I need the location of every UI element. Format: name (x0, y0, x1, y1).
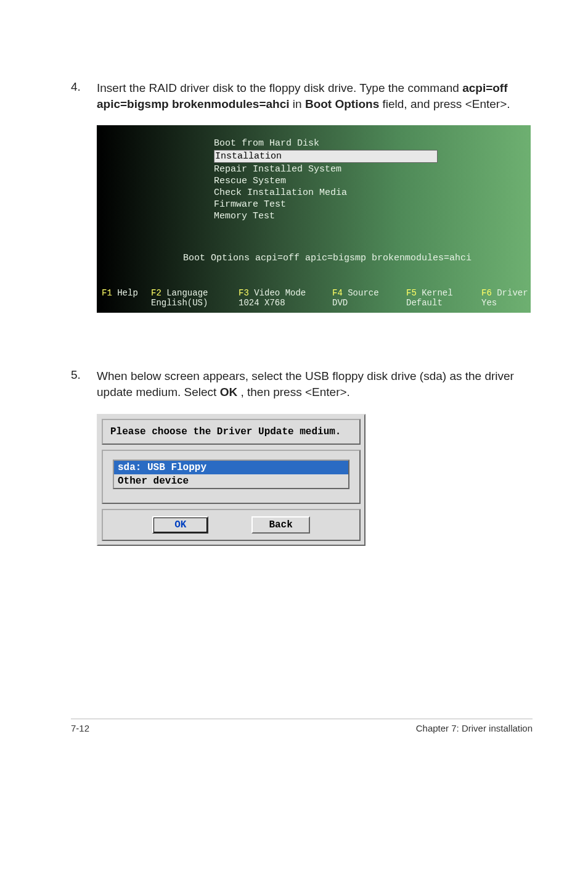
list-item-selected[interactable]: sda: USB Floppy (114, 461, 348, 474)
list-item[interactable]: Other device (114, 474, 348, 488)
f3-label: Video Mode (254, 288, 306, 298)
boot-menu-item[interactable]: Memory Test (97, 210, 531, 222)
f4-value: DVD (332, 298, 406, 308)
driver-update-dialog: Please choose the Driver Update medium. … (97, 414, 365, 546)
f6-value: Yes (481, 298, 528, 308)
back-button[interactable]: Back (251, 516, 309, 534)
f3-key: F3 (239, 288, 249, 298)
step-4-text: Insert the RAID driver disk to the flopp… (97, 80, 533, 112)
boot-menu-item[interactable]: Check Installation Media (97, 187, 531, 199)
dialog-buttons: OK Back (102, 509, 361, 541)
f4-key: F4 (332, 288, 343, 298)
page-footer: 7-12 Chapter 7: Driver installation (71, 719, 533, 733)
f4-label: Source (348, 288, 378, 298)
ok-button[interactable]: OK (152, 516, 208, 534)
boot-menu-item[interactable]: Boot from Hard Disk (97, 138, 531, 149)
f5-key: F5 (406, 288, 417, 298)
f6-label: Driver (497, 288, 528, 298)
step-5-text: When below screen appears, select the US… (97, 368, 533, 400)
f1-key: F1 (102, 288, 112, 298)
f1-label: Help (117, 288, 138, 298)
boot-footer: F1 Help F2 Language English(US) F3 Video… (97, 286, 531, 313)
step4-pre: Insert the RAID driver disk to the flopp… (97, 81, 462, 94)
f3-value: 1024 X768 (239, 298, 332, 308)
boot-menu-item[interactable]: Rescue System (97, 175, 531, 187)
step4-post: field, and press <Enter>. (383, 97, 510, 110)
boot-options-field[interactable]: Boot Options acpi=off apic=bigsmp broken… (97, 222, 531, 286)
boot-screen: Boot from Hard Disk Installation Repair … (97, 125, 531, 313)
dialog-title: Please choose the Driver Update medium. (102, 419, 361, 445)
dialog-list: sda: USB Floppy Other device (102, 450, 361, 504)
step5-post: , then press <Enter>. (240, 386, 349, 398)
step4-field: Boot Options (305, 97, 379, 110)
step5-ok: OK (220, 386, 238, 398)
page-number: 7-12 (71, 723, 89, 733)
f5-label: Kernel (422, 288, 452, 298)
step4-mid: in (293, 97, 305, 110)
step-5: 5. When below screen appears, select the… (71, 368, 533, 400)
f5-value: Default (406, 298, 481, 308)
boot-menu-item[interactable]: Firmware Test (97, 199, 531, 210)
boot-menu-item-selected[interactable]: Installation (97, 149, 531, 163)
step-4: 4. Insert the RAID driver disk to the fl… (71, 80, 533, 112)
f2-value: English(US) (151, 298, 239, 308)
f6-key: F6 (481, 288, 492, 298)
f2-key: F2 (151, 288, 161, 298)
chapter-title: Chapter 7: Driver installation (416, 723, 533, 733)
step-5-number: 5. (71, 368, 97, 400)
boot-menu-item[interactable]: Repair Installed System (97, 163, 531, 175)
f2-label: Language (166, 288, 208, 298)
step-4-number: 4. (71, 80, 97, 112)
